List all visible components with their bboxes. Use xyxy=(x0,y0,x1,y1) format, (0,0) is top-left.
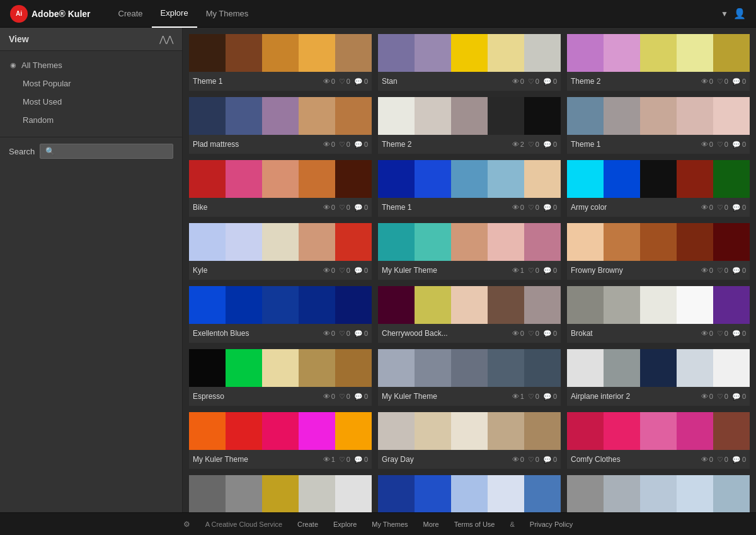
theme-card[interactable]: Airplane interior 👁 0 ♡ 0 💬 0 xyxy=(189,475,372,512)
footer-link-more[interactable]: More xyxy=(423,521,439,528)
likes-stat: ♡ 0 xyxy=(528,456,539,464)
heart-icon: ♡ xyxy=(717,141,723,149)
theme-info: Cherrywood Back... 👁 0 ♡ 0 💬 0 xyxy=(378,324,561,343)
like-count: 0 xyxy=(724,141,728,148)
view-count: 0 xyxy=(331,204,335,211)
theme-card[interactable]: Plad mattress 👁 0 ♡ 0 💬 0 xyxy=(189,97,372,154)
footer-link-create[interactable]: Create xyxy=(297,521,318,528)
theme-swatches xyxy=(189,34,372,72)
theme-card[interactable]: Corporate Blue 👁 0 ♡ 0 💬 0 xyxy=(567,475,750,512)
theme-card[interactable]: Cherrywood Back... 👁 0 ♡ 0 💬 0 xyxy=(378,286,561,343)
heart-icon: ♡ xyxy=(528,267,534,275)
color-swatch xyxy=(488,160,524,198)
color-swatch xyxy=(604,286,640,324)
theme-card[interactable]: Copy of Israel 👁 0 ♡ 0 💬 0 xyxy=(378,475,561,512)
comments-stat: 💬 0 xyxy=(543,267,557,275)
theme-stats: 👁 2 ♡ 0 💬 0 xyxy=(512,141,557,149)
footer-link-terms[interactable]: Terms of Use xyxy=(454,521,495,528)
nav-my-themes[interactable]: My Themes xyxy=(197,0,258,28)
theme-card[interactable]: My Kuler Theme 👁 1 ♡ 0 💬 0 xyxy=(378,223,561,280)
heart-icon: ♡ xyxy=(339,78,345,86)
eye-icon: 👁 xyxy=(701,204,708,211)
theme-card[interactable]: Theme 1 👁 0 ♡ 0 💬 0 xyxy=(567,97,750,154)
theme-card[interactable]: Bike 👁 0 ♡ 0 💬 0 xyxy=(189,160,372,217)
view-count: 0 xyxy=(331,330,335,337)
theme-card[interactable]: Exellentoh Blues 👁 0 ♡ 0 💬 0 xyxy=(189,286,372,343)
theme-info: Theme 2 👁 2 ♡ 0 💬 0 xyxy=(378,135,561,154)
theme-info: Theme 1 👁 0 ♡ 0 💬 0 xyxy=(378,198,561,217)
theme-card[interactable]: Gray Day 👁 0 ♡ 0 💬 0 xyxy=(378,412,561,469)
comments-stat: 💬 0 xyxy=(543,393,557,401)
theme-name: My Kuler Theme xyxy=(382,266,437,275)
theme-name: Exellentoh Blues xyxy=(193,329,249,338)
views-stat: 👁 0 xyxy=(323,78,335,85)
footer-link-my-themes[interactable]: My Themes xyxy=(372,521,408,528)
theme-card[interactable]: My Kuler Theme 👁 1 ♡ 0 💬 0 xyxy=(378,349,561,406)
theme-name: Brokat xyxy=(571,329,593,338)
sidebar-item-most-popular[interactable]: Most Popular xyxy=(0,74,182,93)
sidebar-item-random[interactable]: Random xyxy=(0,111,182,129)
color-swatch xyxy=(415,349,451,387)
theme-card[interactable]: Theme 2 👁 0 ♡ 0 💬 0 xyxy=(567,34,750,91)
theme-card[interactable]: Army color 👁 0 ♡ 0 💬 0 xyxy=(567,160,750,217)
theme-swatches xyxy=(567,223,750,261)
comment-icon: 💬 xyxy=(543,330,552,338)
theme-card[interactable]: Comfy Clothes 👁 0 ♡ 0 💬 0 xyxy=(567,412,750,469)
footer-link-privacy[interactable]: Privacy Policy xyxy=(530,521,573,528)
footer-link-explore[interactable]: Explore xyxy=(333,521,357,528)
comment-count: 0 xyxy=(553,78,557,85)
color-swatch xyxy=(677,286,713,324)
color-swatch xyxy=(226,349,262,387)
theme-card[interactable]: Theme 1 👁 0 ♡ 0 💬 0 xyxy=(378,160,561,217)
nav-explore[interactable]: Explore xyxy=(152,0,197,28)
theme-card[interactable]: Stan 👁 0 ♡ 0 💬 0 xyxy=(378,34,561,91)
theme-stats: 👁 1 ♡ 0 💬 0 xyxy=(323,456,368,464)
sidebar-item-label: All Themes xyxy=(21,60,62,70)
theme-card[interactable]: Kyle 👁 0 ♡ 0 💬 0 xyxy=(189,223,372,280)
theme-card[interactable]: Espresso 👁 0 ♡ 0 💬 0 xyxy=(189,349,372,406)
sidebar-item-all-themes[interactable]: ◉ All Themes xyxy=(0,56,182,74)
color-swatch xyxy=(488,223,524,261)
theme-card[interactable]: Frowny Browny 👁 0 ♡ 0 💬 0 xyxy=(567,223,750,280)
footer: ⚙ A Creative Cloud Service Create Explor… xyxy=(0,512,756,535)
theme-card[interactable]: Theme 1 👁 0 ♡ 0 💬 0 xyxy=(189,34,372,91)
color-swatch xyxy=(378,223,415,261)
theme-card[interactable]: My Kuler Theme 👁 1 ♡ 0 💬 0 xyxy=(189,412,372,469)
color-swatch xyxy=(604,223,640,261)
theme-swatches xyxy=(567,475,750,512)
theme-stats: 👁 0 ♡ 0 💬 0 xyxy=(323,78,368,86)
collapse-icon[interactable]: ⋀⋀ xyxy=(159,34,173,44)
nav-create[interactable]: Create xyxy=(110,0,152,28)
user-icon[interactable]: 👤 xyxy=(733,8,746,20)
color-swatch xyxy=(262,412,299,450)
color-swatch xyxy=(262,97,299,135)
comment-count: 0 xyxy=(742,204,746,211)
like-count: 0 xyxy=(346,204,350,211)
likes-stat: ♡ 0 xyxy=(528,393,539,401)
theme-card[interactable]: Brokat 👁 0 ♡ 0 💬 0 xyxy=(567,286,750,343)
color-swatch xyxy=(189,97,226,135)
color-swatch xyxy=(335,223,372,261)
comments-stat: 💬 0 xyxy=(732,456,746,464)
comment-count: 0 xyxy=(364,267,368,274)
theme-card[interactable]: Airplane interior 2 👁 0 ♡ 0 💬 0 xyxy=(567,349,750,406)
comment-icon: 💬 xyxy=(732,267,741,275)
likes-stat: ♡ 0 xyxy=(528,78,539,86)
color-swatch xyxy=(524,97,561,135)
theme-stats: 👁 0 ♡ 0 💬 0 xyxy=(512,456,557,464)
eye-icon: 👁 xyxy=(512,456,519,463)
likes-stat: ♡ 0 xyxy=(339,141,350,149)
theme-info: Gray Day 👁 0 ♡ 0 💬 0 xyxy=(378,450,561,469)
heart-icon: ♡ xyxy=(528,204,534,212)
color-swatch xyxy=(524,349,561,387)
theme-card[interactable]: Theme 2 👁 2 ♡ 0 💬 0 xyxy=(378,97,561,154)
sidebar-item-most-used[interactable]: Most Used xyxy=(0,93,182,111)
color-swatch xyxy=(640,223,677,261)
comments-stat: 💬 0 xyxy=(543,204,557,212)
theme-swatches xyxy=(378,160,561,198)
likes-stat: ♡ 0 xyxy=(339,393,350,401)
dropdown-icon[interactable]: ▼ xyxy=(721,9,728,18)
search-input[interactable] xyxy=(40,144,173,159)
eye-icon: 👁 xyxy=(701,330,708,337)
like-count: 0 xyxy=(536,78,539,85)
